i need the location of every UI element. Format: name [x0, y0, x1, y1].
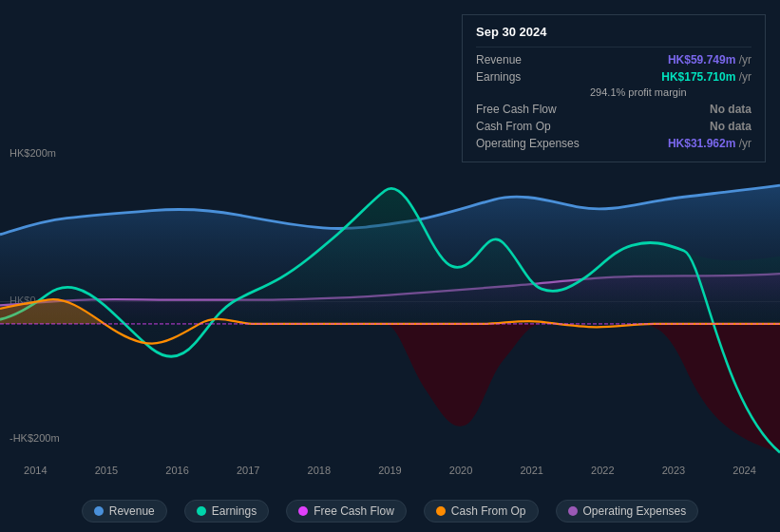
legend-dot-cashfromop — [436, 506, 446, 516]
x-label-2018: 2018 — [308, 465, 331, 476]
earnings-neg-area — [337, 324, 780, 452]
tooltip-value-cashfromop: No data — [710, 120, 751, 133]
tooltip-row-opex: Operating Expenses HK$31.962m /yr — [476, 135, 751, 152]
x-label-2017: 2017 — [237, 465, 259, 476]
legend-revenue[interactable]: Revenue — [82, 500, 167, 522]
chart-area — [0, 147, 780, 480]
x-axis: 2014 2015 2016 2017 2018 2019 2020 2021 … — [0, 461, 780, 480]
tooltip-value-revenue: HK$59.749m /yr — [668, 53, 751, 66]
legend-label-fcf: Free Cash Flow — [314, 504, 394, 518]
x-label-2021: 2021 — [520, 465, 542, 476]
x-label-2014: 2014 — [24, 465, 47, 476]
tooltip-row-revenue: Revenue HK$59.749m /yr — [476, 51, 751, 68]
tooltip-label-opex: Operating Expenses — [476, 137, 590, 150]
chart-svg — [0, 147, 780, 480]
x-label-2016: 2016 — [165, 465, 188, 476]
legend-label-cashfromop: Cash From Op — [451, 504, 526, 518]
data-tooltip: Sep 30 2024 Revenue HK$59.749m /yr Earni… — [462, 14, 766, 162]
tooltip-row-earnings: Earnings HK$175.710m /yr — [476, 68, 751, 86]
legend-dot-revenue — [94, 506, 104, 516]
tooltip-date: Sep 30 2024 — [476, 25, 751, 39]
x-label-2015: 2015 — [95, 465, 118, 476]
tooltip-value-earnings: HK$175.710m /yr — [661, 70, 751, 84]
legend-opex[interactable]: Operating Expenses — [556, 500, 699, 522]
tooltip-divider — [476, 47, 751, 48]
tooltip-profit-margin: 294.1% profit margin — [476, 86, 751, 101]
x-label-2020: 2020 — [449, 465, 472, 476]
legend-earnings[interactable]: Earnings — [184, 500, 269, 522]
x-label-2022: 2022 — [591, 465, 614, 476]
x-label-2024: 2024 — [732, 465, 755, 476]
tooltip-label-cashfromop: Cash From Op — [476, 120, 590, 133]
legend-dot-fcf — [298, 506, 308, 516]
tooltip-row-cashfromop: Cash From Op No data — [476, 118, 751, 135]
tooltip-label-earnings: Earnings — [476, 70, 590, 84]
legend-cashfromop[interactable]: Cash From Op — [424, 500, 539, 522]
legend-dot-earnings — [197, 506, 206, 516]
tooltip-value-fcf: No data — [710, 103, 751, 116]
tooltip-value-opex: HK$31.962m /yr — [668, 137, 751, 150]
chart-legend: Revenue Earnings Free Cash Flow Cash Fro… — [0, 500, 780, 522]
tooltip-label-fcf: Free Cash Flow — [476, 103, 590, 116]
legend-fcf[interactable]: Free Cash Flow — [286, 500, 407, 522]
legend-label-revenue: Revenue — [109, 504, 155, 518]
x-label-2023: 2023 — [662, 465, 685, 476]
legend-label-opex: Operating Expenses — [583, 504, 687, 518]
tooltip-label-revenue: Revenue — [476, 53, 590, 66]
legend-dot-opex — [568, 506, 578, 516]
legend-label-earnings: Earnings — [212, 504, 257, 518]
x-label-2019: 2019 — [378, 465, 401, 476]
tooltip-row-fcf: Free Cash Flow No data — [476, 101, 751, 118]
